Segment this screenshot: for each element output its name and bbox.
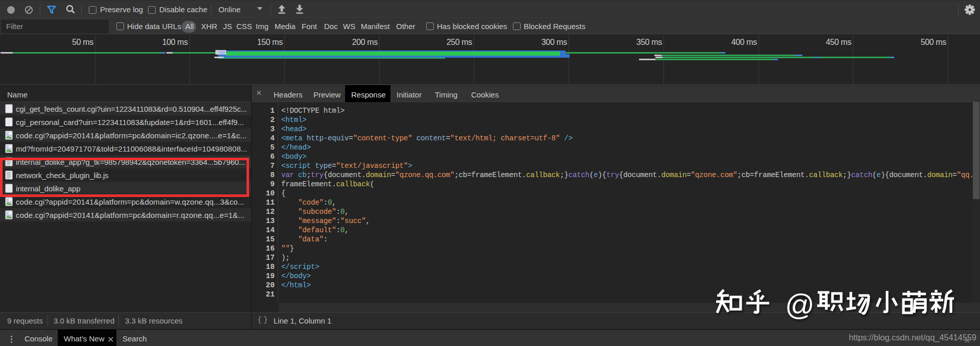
svg-text:@: @ (785, 288, 815, 320)
